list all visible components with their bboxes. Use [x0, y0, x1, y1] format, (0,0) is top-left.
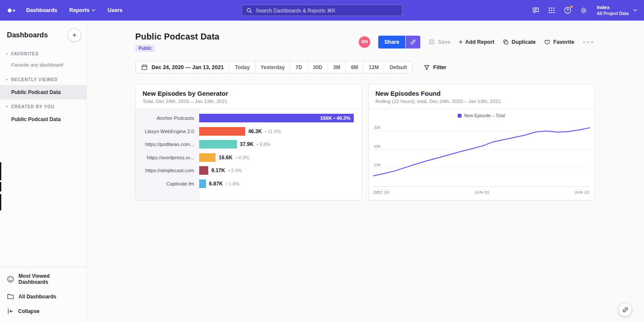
plus-icon: +	[459, 39, 462, 46]
bar-percent-label: • 4.3%	[235, 155, 249, 160]
apps-grid-icon[interactable]	[547, 6, 556, 15]
report-cards: New Episodes by Generator Total, Dec 24t…	[135, 84, 595, 200]
search-input[interactable]	[256, 7, 398, 13]
bar-row[interactable]: Anchor Podcasts156K • 40.3%	[136, 112, 361, 125]
line-chart-header: New Episodes Found Rolling (12 hours), t…	[369, 84, 595, 109]
main-content: Public Podcast Data Public RH Share	[87, 21, 644, 322]
topnav-items: DashboardsReportsUsers	[26, 7, 122, 13]
preset-30d[interactable]: 30D	[307, 61, 328, 73]
legend-label: New Episode – Total	[464, 113, 505, 118]
bar-track: 6.87K• 1.8%	[199, 179, 361, 188]
nav-item-reports[interactable]: Reports	[69, 7, 95, 13]
sidebar-item-public-podcast-data[interactable]: Public Podcast Data	[0, 85, 86, 100]
preset-today[interactable]: Today	[229, 61, 255, 73]
sidebar-sections: ▾FavoritesFavorite any dashboard▾Recentl…	[0, 47, 86, 127]
date-presets: TodayYesterday7D30D3M6M12MDefault	[229, 61, 412, 73]
legend-swatch	[458, 114, 462, 118]
bar-row[interactable]: Libsyn WebEngine 2.046.3K• 11.9%	[136, 125, 361, 138]
bar-segment	[199, 153, 216, 162]
logo-dot-icon	[8, 9, 12, 12]
bar-category-label: https://wordpress.or...	[136, 155, 199, 160]
section-header-created-by-you[interactable]: ▾Created by You	[0, 100, 86, 112]
share-link-button[interactable]	[406, 36, 420, 49]
top-navigation: DashboardsReportsUsers Index	[0, 0, 644, 21]
page-title: Public Podcast Data	[135, 32, 219, 42]
bar-row[interactable]: https://podbean.com...37.9K• 9.8%	[136, 138, 361, 151]
search-icon	[246, 7, 252, 13]
preset-7d[interactable]: 7D	[290, 61, 307, 73]
bar-value-label: 6.87K	[209, 181, 223, 187]
heart-icon	[544, 39, 550, 45]
feedback-icon[interactable]	[532, 6, 540, 15]
nav-item-dashboards[interactable]: Dashboards	[26, 7, 57, 13]
bar-percent-label: • 9.8%	[257, 142, 270, 147]
sidebar-section-favorites: ▾FavoritesFavorite any dashboard	[0, 47, 86, 73]
title-block: Public Podcast Data Public	[135, 32, 219, 52]
sidebar-footer-all-dashboards[interactable]: All Dashboards	[0, 289, 86, 304]
project-name: Index	[597, 4, 629, 11]
sidebar-footer-collapse[interactable]: Collapse	[0, 304, 86, 319]
section-header-favorites[interactable]: ▾Favorites	[0, 47, 86, 59]
preset-yesterday[interactable]: Yesterday	[255, 61, 290, 73]
section-header-recently-viewed[interactable]: ▾Recently Viewed	[0, 73, 86, 85]
preset-6m[interactable]: 6M	[345, 61, 363, 73]
date-toolbar: Dec 24, 2020 — Jan 13, 2021 TodayYesterd…	[135, 61, 595, 73]
sidebar-header: Dashboards +	[0, 21, 86, 47]
create-dashboard-button[interactable]: +	[68, 28, 81, 42]
avatar[interactable]: RH	[359, 36, 370, 48]
bar-segment	[199, 166, 208, 175]
brand-logo[interactable]	[7, 9, 18, 12]
bar-segment: 156K • 40.3%	[199, 114, 354, 122]
save-label: Save	[438, 39, 450, 45]
bar-chart-header: New Episodes by Generator Total, Dec 24t…	[136, 84, 361, 109]
bar-track: 9.17K• 2.4%	[199, 166, 361, 175]
filter-funnel-icon	[424, 64, 430, 70]
save-button[interactable]: Save	[428, 39, 450, 45]
sidebar: Dashboards + ▾FavoritesFavorite any dash…	[0, 21, 87, 322]
chevron-down-icon[interactable]	[633, 9, 637, 12]
bar-category-label: https://simplecast.com	[136, 168, 199, 173]
bar-track: 37.9K• 9.8%	[199, 140, 361, 149]
project-switcher[interactable]: Index All Project Data	[597, 4, 629, 16]
line-plot: 10K20K30K	[373, 123, 590, 187]
share-button[interactable]: Share	[378, 36, 405, 49]
date-range-picker[interactable]: Dec 24, 2020 — Jan 13, 2021	[136, 61, 229, 73]
bar-track: 46.3K• 11.9%	[199, 127, 361, 136]
bar-row[interactable]: Captivate.fm6.87K• 1.8%	[136, 177, 361, 191]
preset-3m[interactable]: 3M	[328, 61, 346, 73]
settings-gear-icon[interactable]	[579, 6, 588, 15]
bar-chart-card[interactable]: New Episodes by Generator Total, Dec 24t…	[135, 84, 362, 200]
nav-item-users[interactable]: Users	[107, 7, 122, 13]
screen-edge-artifact	[0, 194, 1, 210]
sidebar-item-public-podcast-data[interactable]: Public Podcast Data	[0, 112, 86, 127]
x-axis-labels: DEC 24JAN 03JAN 13	[374, 190, 589, 194]
bar-rows: Anchor Podcasts156K • 40.3%Libsyn WebEng…	[136, 109, 361, 190]
bar-value-label: 46.3K	[248, 128, 262, 134]
chart-legend: New Episode – Total	[369, 109, 595, 119]
help-icon[interactable]	[563, 6, 572, 15]
link-icon	[410, 39, 416, 45]
bar-row[interactable]: https://wordpress.or...16.6K• 4.3%	[136, 151, 361, 164]
favorite-label: Favorite	[553, 39, 574, 45]
share-link-fab[interactable]	[618, 303, 632, 316]
duplicate-button[interactable]: Duplicate	[503, 39, 536, 45]
preset-default[interactable]: Default	[384, 61, 412, 73]
bar-chart-subtitle: Total, Dec 24th, 2020 – Jan 13th, 2021	[143, 99, 355, 104]
line-chart-card[interactable]: New Episodes Found Rolling (12 hours), t…	[368, 84, 595, 200]
sidebar-footer-most-viewed-dashboards[interactable]: Most Viewed Dashboards	[0, 269, 86, 289]
more-options-button[interactable]: ∘∘∘	[582, 39, 595, 45]
favorite-button[interactable]: Favorite	[544, 39, 574, 45]
sidebar-section-recently-viewed: ▾Recently ViewedPublic Podcast Data	[0, 73, 86, 100]
screen-edge-artifact	[0, 162, 1, 180]
bar-segment	[199, 127, 245, 136]
global-search[interactable]	[242, 5, 403, 16]
bar-percent-label: • 1.8%	[226, 181, 240, 186]
filter-button[interactable]: Filter	[424, 64, 447, 70]
preset-12m[interactable]: 12M	[363, 61, 384, 73]
chevron-down-icon: ▾	[6, 52, 8, 56]
visibility-badge: Public	[135, 45, 155, 52]
favorites-empty-hint: Favorite any dashboard	[0, 59, 86, 73]
share-button-group: Share	[378, 36, 420, 49]
add-report-button[interactable]: + Add Report	[459, 39, 494, 46]
bar-row[interactable]: https://simplecast.com9.17K• 2.4%	[136, 164, 361, 177]
